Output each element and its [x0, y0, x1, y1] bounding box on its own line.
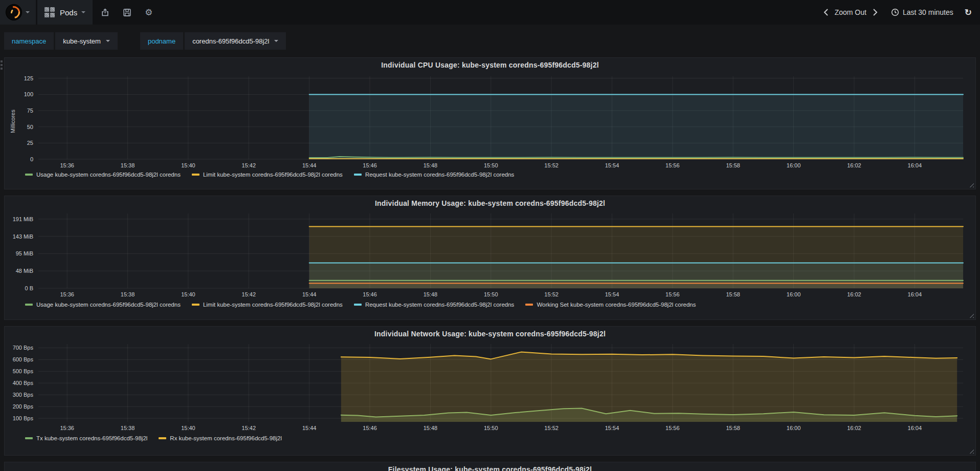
- legend-item[interactable]: Usage kube-system coredns-695f96dcd5-98j…: [25, 302, 181, 308]
- svg-text:600 Bps: 600 Bps: [13, 356, 34, 362]
- panel-title[interactable]: Individual CPU Usage: kube-system coredn…: [5, 58, 975, 72]
- svg-text:15:48: 15:48: [424, 425, 438, 431]
- svg-text:15:52: 15:52: [544, 162, 559, 168]
- svg-text:191 MiB: 191 MiB: [13, 216, 33, 222]
- variable-value: kube-system: [63, 37, 101, 45]
- svg-text:15:40: 15:40: [181, 162, 195, 168]
- navbar: Pods ⚙ Zoom Out: [0, 0, 980, 25]
- chevron-down-icon: [26, 11, 30, 13]
- svg-text:15:36: 15:36: [60, 425, 74, 431]
- time-range-label: Last 30 minutes: [903, 8, 953, 16]
- panel-filesystem-usage: Filesystem Usage: kube-system coredns-69…: [4, 462, 976, 471]
- svg-text:0 B: 0 B: [25, 285, 33, 291]
- settings-button[interactable]: ⚙: [138, 0, 159, 25]
- svg-text:15:48: 15:48: [424, 162, 438, 168]
- svg-text:0: 0: [30, 156, 33, 162]
- svg-text:15:58: 15:58: [726, 162, 740, 168]
- svg-text:15:54: 15:54: [605, 425, 619, 431]
- dashboard: Individual CPU Usage: kube-system coredn…: [0, 54, 980, 471]
- svg-text:15:54: 15:54: [605, 291, 619, 297]
- dashboard-picker[interactable]: Pods: [37, 0, 93, 25]
- svg-text:15:38: 15:38: [121, 162, 135, 168]
- legend-item[interactable]: Tx kube-system coredns-695f96dcd5-98j2l: [25, 435, 147, 441]
- svg-text:16:04: 16:04: [908, 291, 922, 297]
- svg-text:500 Bps: 500 Bps: [13, 368, 34, 374]
- time-shift-back-button[interactable]: [820, 0, 832, 25]
- grafana-menu-button[interactable]: [0, 0, 36, 25]
- legend-series-swatch: [354, 174, 362, 176]
- legend: Tx kube-system coredns-695f96dcd5-98j2lR…: [5, 434, 975, 445]
- dashboard-grid-icon: [44, 7, 55, 17]
- refresh-icon: ↻: [965, 8, 972, 17]
- zoom-out-label: Zoom Out: [835, 8, 866, 16]
- legend-item[interactable]: Limit kube-system coredns-695f96dcd5-98j…: [192, 172, 343, 178]
- legend-item[interactable]: Request kube-system coredns-695f96dcd5-9…: [354, 172, 515, 178]
- dashboard-title: Pods: [60, 8, 77, 17]
- panel-resize-handle[interactable]: [968, 447, 974, 454]
- legend-series-swatch: [159, 437, 166, 439]
- panel-cpu-usage: Individual CPU Usage: kube-system coredn…: [4, 57, 976, 189]
- chart-canvas[interactable]: 15:3615:3815:4015:4215:4415:4615:4815:50…: [5, 72, 968, 170]
- variable-label: namespace: [4, 32, 54, 50]
- legend-series-swatch: [25, 174, 33, 176]
- time-picker-button[interactable]: Last 30 minutes: [888, 0, 956, 25]
- svg-text:15:58: 15:58: [726, 291, 740, 297]
- svg-text:100 Bps: 100 Bps: [13, 415, 34, 421]
- variable-podname: podname coredns-695f96dcd5-98j2l: [140, 32, 286, 50]
- time-shift-forward-button[interactable]: [870, 0, 881, 25]
- save-icon: [123, 8, 131, 17]
- clock-icon: [891, 8, 899, 16]
- share-icon: [101, 8, 109, 17]
- svg-text:15:50: 15:50: [484, 425, 498, 431]
- svg-text:15:40: 15:40: [181, 291, 195, 297]
- svg-text:15:40: 15:40: [181, 425, 195, 431]
- svg-text:15:50: 15:50: [484, 162, 498, 168]
- svg-text:15:46: 15:46: [363, 162, 377, 168]
- variable-label: podname: [140, 32, 183, 50]
- svg-text:16:00: 16:00: [787, 162, 801, 168]
- svg-text:15:56: 15:56: [665, 291, 680, 297]
- svg-text:200 Bps: 200 Bps: [13, 403, 34, 410]
- svg-text:50: 50: [27, 124, 33, 130]
- legend-item[interactable]: Working Set kube-system coredns-695f96dc…: [525, 302, 696, 308]
- panel-resize-handle[interactable]: [968, 312, 974, 318]
- svg-text:15:52: 15:52: [544, 425, 559, 431]
- svg-text:15:36: 15:36: [60, 162, 74, 168]
- legend: Usage kube-system coredns-695f96dcd5-98j…: [5, 301, 975, 312]
- legend-series-swatch: [25, 437, 33, 439]
- refresh-button[interactable]: ↻: [962, 0, 975, 25]
- panel-resize-handle[interactable]: [968, 181, 974, 187]
- legend-item[interactable]: Limit kube-system coredns-695f96dcd5-98j…: [192, 302, 343, 308]
- panel-network-usage: Individual Network Usage: kube-system co…: [4, 326, 976, 456]
- share-button[interactable]: [94, 0, 116, 25]
- svg-text:15:58: 15:58: [726, 425, 740, 431]
- zoom-out-button[interactable]: Zoom Out: [832, 0, 870, 25]
- variable-namespace: namespace kube-system: [4, 32, 118, 50]
- panel-title[interactable]: Individual Memory Usage: kube-system cor…: [5, 196, 975, 210]
- chevron-down-icon: [274, 40, 278, 42]
- variable-value-dropdown[interactable]: kube-system: [55, 32, 118, 50]
- panel-memory-usage: Individual Memory Usage: kube-system cor…: [4, 196, 976, 320]
- svg-text:25: 25: [27, 140, 33, 146]
- chart-canvas[interactable]: 15:3615:3815:4015:4215:4415:4615:4815:50…: [5, 341, 968, 434]
- svg-text:15:44: 15:44: [302, 291, 317, 297]
- chart-canvas[interactable]: 15:3615:3815:4015:4215:4415:4615:4815:50…: [5, 210, 968, 301]
- svg-text:16:02: 16:02: [847, 162, 861, 168]
- panel-title[interactable]: Individual Network Usage: kube-system co…: [5, 327, 975, 341]
- svg-text:15:56: 15:56: [665, 162, 680, 168]
- svg-text:125: 125: [24, 75, 33, 81]
- save-button[interactable]: [116, 0, 138, 25]
- legend-series-swatch: [525, 304, 533, 306]
- svg-text:15:36: 15:36: [60, 291, 74, 297]
- grafana-logo-icon: [6, 5, 21, 20]
- variable-value-dropdown[interactable]: coredns-695f96dcd5-98j2l: [185, 32, 286, 50]
- legend-item[interactable]: Request kube-system coredns-695f96dcd5-9…: [354, 302, 515, 308]
- legend-item[interactable]: Usage kube-system coredns-695f96dcd5-98j…: [25, 172, 181, 178]
- row-drag-handle[interactable]: [1, 60, 3, 70]
- svg-text:15:54: 15:54: [605, 162, 619, 168]
- svg-text:95 MiB: 95 MiB: [16, 250, 33, 256]
- panel-title[interactable]: Filesystem Usage: kube-system coredns-69…: [5, 462, 975, 471]
- legend-item[interactable]: Rx kube-system coredns-695f96dcd5-98j2l: [159, 435, 282, 441]
- template-variables-bar: namespace kube-system podname coredns-69…: [0, 25, 980, 54]
- svg-text:16:04: 16:04: [908, 425, 922, 431]
